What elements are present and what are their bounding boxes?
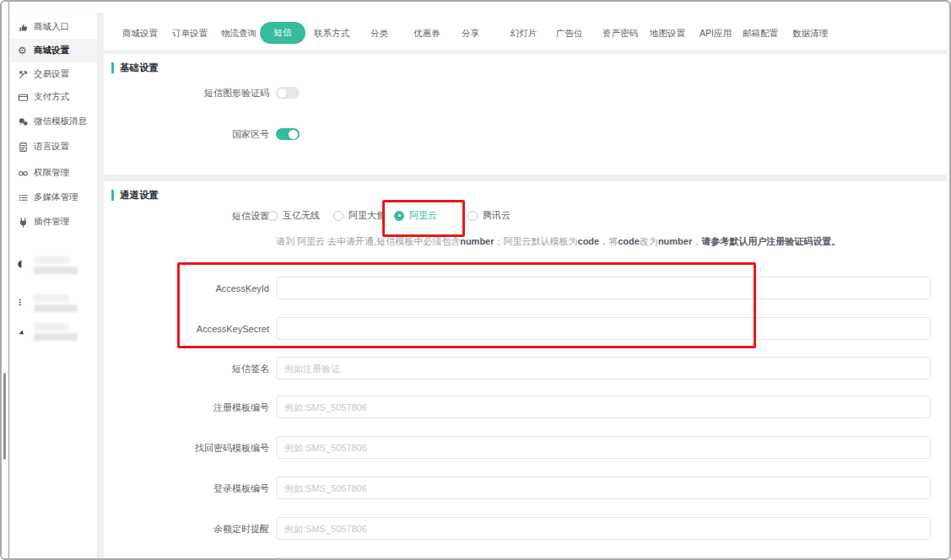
- tab[interactable]: 分享: [462, 28, 479, 38]
- radio-group-label: 短信设置: [104, 210, 269, 222]
- help-text: 请到 阿里云 去申请开通,短信模板中必须包含number；阿里云默认模板为cod…: [276, 235, 840, 248]
- sidebar-item-trade[interactable]: 交易设置: [10, 62, 97, 86]
- sidebar-item-media-list[interactable]: 多媒体管理: [10, 186, 97, 209]
- trade-icon: [18, 69, 29, 80]
- field-label: 短信签名: [104, 363, 269, 374]
- entry-icon: [18, 22, 29, 33]
- field-label: 注册模板编号: [104, 401, 269, 413]
- sidebar-item-label: 交易设置: [34, 68, 69, 80]
- tab[interactable]: 联系方式: [314, 28, 349, 38]
- tab[interactable]: 幻灯片: [511, 28, 538, 38]
- sidebar-item-wechat-bubbles[interactable]: 微信模板消息: [10, 110, 97, 133]
- field-input-partial[interactable]: [276, 557, 931, 558]
- radio-icon: [267, 211, 278, 221]
- permission-eye-icon: [18, 168, 29, 179]
- radio-option[interactable]: 阿里云: [394, 209, 437, 222]
- wechat-bubbles-icon: [18, 116, 29, 127]
- sidebar-item-label: 微信模板消息: [34, 116, 87, 127]
- help-text-bold: number: [658, 236, 692, 246]
- channel-settings-section: 通道设置 短信设置 请到 阿里云 去申请开通,短信模板中必须包含number；阿…: [104, 181, 947, 558]
- section-title-basic: 基础设置: [111, 62, 159, 73]
- field-input[interactable]: [276, 357, 931, 380]
- redacted-icon: [18, 260, 29, 271]
- help-text-bold: number: [460, 236, 494, 246]
- scrollbar-thumb[interactable]: [3, 373, 6, 460]
- field-label: AccessKeyId: [104, 283, 269, 294]
- field-input[interactable]: [276, 277, 931, 299]
- field-input[interactable]: [276, 317, 931, 340]
- redacted-label: [34, 256, 78, 274]
- tab[interactable]: 地图设置: [650, 28, 685, 38]
- toggle-label: 短信图形验证码: [104, 87, 269, 99]
- tab[interactable]: 分类: [370, 28, 388, 38]
- sidebar-item-label: 商城入口: [34, 21, 69, 33]
- field-label: 余额定时提醒: [104, 523, 269, 535]
- radio-icon: [467, 211, 478, 221]
- payment-card-icon: [18, 92, 29, 103]
- switch-toggle[interactable]: [276, 128, 300, 140]
- switch-knob: [289, 130, 298, 139]
- help-text-bold: code: [618, 236, 640, 246]
- tab[interactable]: 物流查询: [221, 28, 257, 38]
- sidebar-item-label: 插件管理: [34, 216, 69, 228]
- sidebar-item-label: 语言设置: [34, 141, 69, 153]
- sidebar-item-label: 商城设置: [34, 45, 69, 57]
- sidebar-item-redacted[interactable]: [10, 289, 97, 316]
- tab[interactable]: 邮箱配置: [743, 28, 778, 38]
- radio-label: 腾讯云: [483, 209, 511, 222]
- tab[interactable]: 广告位: [556, 28, 583, 38]
- switch-toggle[interactable]: [276, 87, 300, 99]
- sidebar-item-redacted[interactable]: [10, 318, 97, 345]
- field-label: 登录模板编号: [104, 482, 269, 494]
- sidebar-item-label: 多媒体管理: [34, 191, 78, 203]
- help-text-segment: ，: [692, 236, 701, 246]
- field-input[interactable]: [276, 477, 931, 499]
- help-text-bold: code: [578, 236, 600, 246]
- sidebar-item-entry[interactable]: 商城入口: [10, 15, 97, 39]
- help-text-segment: 请到 阿里云 去申请开通,短信模板中必须包含: [276, 236, 460, 246]
- redacted-icon: [18, 298, 29, 309]
- plugin-icon: [18, 217, 29, 228]
- tab-active[interactable]: 短信: [260, 22, 305, 44]
- field-input[interactable]: [276, 517, 931, 540]
- redacted-label: [34, 323, 78, 341]
- field-label: AccessKeySecret: [104, 323, 269, 335]
- tab[interactable]: 资产密码: [602, 28, 638, 38]
- help-text-segment: ，将: [599, 236, 618, 246]
- radio-icon: [394, 211, 404, 221]
- field-input[interactable]: [276, 436, 931, 459]
- help-text-segment: ；阿里云默认模板为: [494, 236, 578, 246]
- radio-option[interactable]: 腾讯云: [467, 209, 511, 222]
- sidebar-item-language-doc[interactable]: 语言设置: [10, 135, 97, 159]
- tab[interactable]: 订单设置: [172, 28, 208, 38]
- sidebar-item-gear[interactable]: ⚙商城设置: [10, 39, 97, 62]
- tab[interactable]: API应用: [700, 28, 732, 38]
- sidebar-item-label: 权限管理: [34, 167, 69, 179]
- gear-icon: ⚙: [18, 46, 29, 57]
- field-label: 找回密码模板编号: [104, 442, 269, 454]
- settings-tab-bar: 商城设置订单设置物流查询短信联系方式分类优惠券分享幻灯片广告位资产密码地图设置A…: [104, 13, 947, 50]
- help-text-segment: 改为: [640, 236, 658, 246]
- tab[interactable]: 商城设置: [122, 28, 158, 38]
- switch-knob: [278, 89, 287, 98]
- tab[interactable]: 数据清理: [792, 28, 828, 38]
- radio-option[interactable]: 互亿无线: [267, 209, 320, 222]
- sidebar-item-redacted[interactable]: [10, 251, 97, 278]
- radio-option[interactable]: 阿里大鱼: [333, 209, 386, 222]
- redacted-label: [34, 294, 78, 312]
- media-list-icon: [18, 192, 29, 203]
- radio-label: 阿里云: [409, 209, 437, 222]
- basic-settings-section: 基础设置 短信图形验证码国家区号: [104, 54, 947, 175]
- sidebar-item-permission-eye[interactable]: 权限管理: [10, 161, 97, 185]
- app-window: 商城入口⚙商城设置交易设置支付方式微信模板消息语言设置权限管理多媒体管理插件管理…: [0, 0, 951, 560]
- sidebar-item-payment-card[interactable]: 支付方式: [10, 85, 97, 109]
- sidebar-item-plugin[interactable]: 插件管理: [10, 210, 97, 234]
- radio-label: 互亿无线: [283, 209, 320, 222]
- redacted-icon: [18, 326, 29, 337]
- window-edge-line: [8, 2, 9, 558]
- section-title-channel: 通道设置: [111, 190, 159, 201]
- field-input[interactable]: [276, 396, 931, 418]
- language-doc-icon: [18, 142, 29, 153]
- tab[interactable]: 优惠券: [413, 28, 440, 38]
- workspace: 商城入口⚙商城设置交易设置支付方式微信模板消息语言设置权限管理多媒体管理插件管理…: [10, 13, 947, 558]
